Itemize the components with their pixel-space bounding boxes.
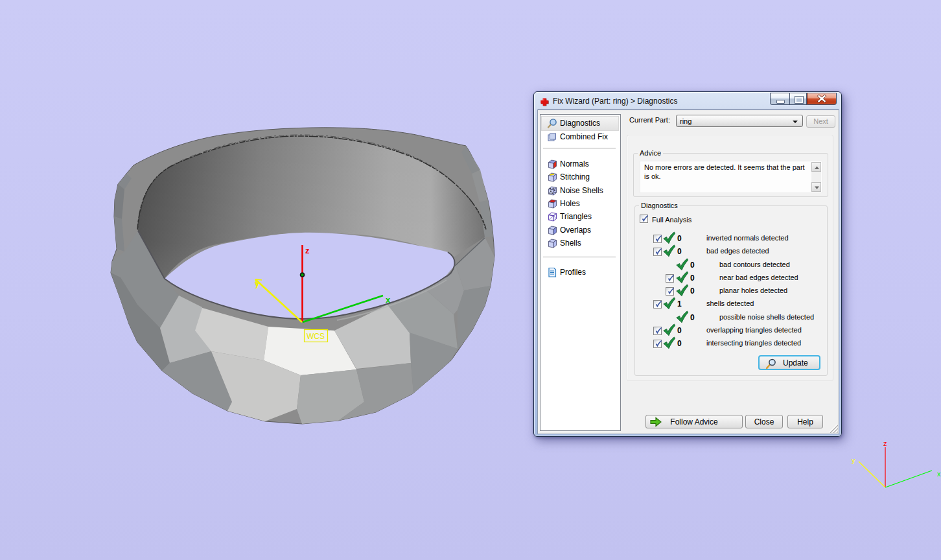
svg-text:x: x	[386, 295, 391, 305]
svg-text:x: x	[937, 470, 941, 478]
svg-text:z: z	[305, 246, 310, 255]
svg-text:WCS: WCS	[307, 332, 325, 341]
svg-text:z: z	[883, 439, 887, 447]
svg-text:y: y	[255, 279, 260, 288]
svg-text:y: y	[852, 456, 855, 464]
